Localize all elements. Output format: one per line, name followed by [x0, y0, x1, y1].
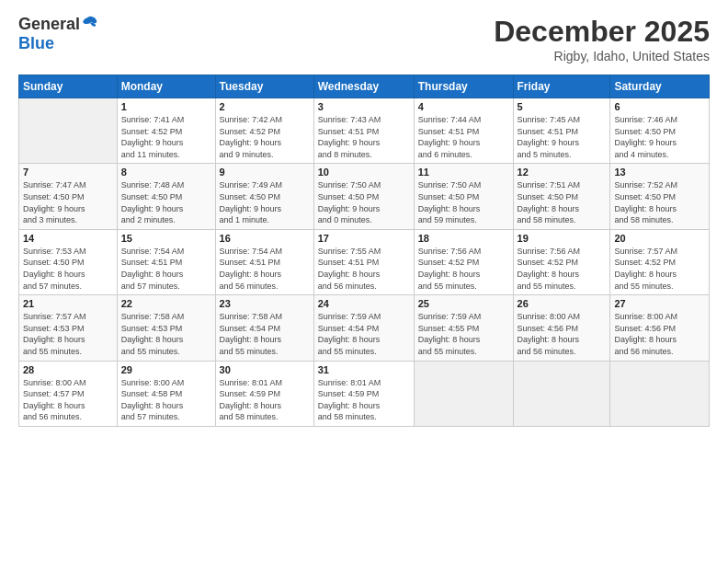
- day-number: 29: [121, 364, 211, 375]
- calendar-day-cell: 24Sunrise: 7:59 AM Sunset: 4:54 PM Dayli…: [313, 295, 414, 361]
- calendar-week-row: 14Sunrise: 7:53 AM Sunset: 4:50 PM Dayli…: [19, 229, 710, 294]
- calendar-day-cell: 4Sunrise: 7:44 AM Sunset: 4:51 PM Daylig…: [414, 98, 513, 164]
- day-number: 8: [121, 167, 211, 178]
- month-title: December 2025: [494, 15, 710, 49]
- calendar-day-cell: 31Sunrise: 8:01 AM Sunset: 4:59 PM Dayli…: [313, 361, 414, 426]
- day-info: Sunrise: 7:41 AM Sunset: 4:52 PM Dayligh…: [121, 114, 211, 160]
- calendar-day-cell: 16Sunrise: 7:54 AM Sunset: 4:51 PM Dayli…: [215, 229, 313, 294]
- calendar-day-cell: 14Sunrise: 7:53 AM Sunset: 4:50 PM Dayli…: [19, 229, 118, 294]
- calendar-week-row: 28Sunrise: 8:00 AM Sunset: 4:57 PM Dayli…: [19, 361, 710, 426]
- calendar-day-cell: 3Sunrise: 7:43 AM Sunset: 4:51 PM Daylig…: [313, 98, 414, 164]
- calendar-day-cell: 17Sunrise: 7:55 AM Sunset: 4:51 PM Dayli…: [313, 229, 414, 294]
- day-info: Sunrise: 7:58 AM Sunset: 4:54 PM Dayligh…: [220, 311, 310, 357]
- day-info: Sunrise: 7:50 AM Sunset: 4:50 PM Dayligh…: [318, 179, 410, 225]
- calendar-day-cell: [19, 98, 118, 164]
- day-number: 16: [220, 233, 310, 244]
- day-info: Sunrise: 7:46 AM Sunset: 4:50 PM Dayligh…: [614, 114, 705, 160]
- day-number: 28: [23, 364, 113, 375]
- day-info: Sunrise: 7:56 AM Sunset: 4:52 PM Dayligh…: [418, 246, 509, 292]
- calendar-day-cell: 22Sunrise: 7:58 AM Sunset: 4:53 PM Dayli…: [117, 295, 215, 361]
- day-number: 19: [518, 233, 607, 244]
- day-info: Sunrise: 7:52 AM Sunset: 4:50 PM Dayligh…: [614, 179, 705, 225]
- day-info: Sunrise: 7:51 AM Sunset: 4:50 PM Dayligh…: [518, 179, 607, 225]
- logo-general-text: General: [18, 15, 80, 34]
- day-number: 11: [418, 167, 509, 178]
- calendar-week-row: 7Sunrise: 7:47 AM Sunset: 4:50 PM Daylig…: [19, 164, 710, 229]
- day-number: 15: [121, 233, 211, 244]
- header-tuesday: Tuesday: [215, 75, 313, 98]
- calendar-day-cell: 12Sunrise: 7:51 AM Sunset: 4:50 PM Dayli…: [513, 164, 610, 229]
- header-sunday: Sunday: [19, 75, 118, 98]
- day-number: 14: [23, 233, 113, 244]
- day-info: Sunrise: 7:59 AM Sunset: 4:55 PM Dayligh…: [418, 311, 509, 357]
- calendar-day-cell: 11Sunrise: 7:50 AM Sunset: 4:50 PM Dayli…: [414, 164, 513, 229]
- day-info: Sunrise: 7:57 AM Sunset: 4:52 PM Dayligh…: [614, 246, 705, 292]
- day-number: 26: [518, 298, 607, 309]
- calendar-day-cell: 20Sunrise: 7:57 AM Sunset: 4:52 PM Dayli…: [610, 229, 710, 294]
- day-info: Sunrise: 7:50 AM Sunset: 4:50 PM Dayligh…: [418, 179, 509, 225]
- calendar-day-cell: 23Sunrise: 7:58 AM Sunset: 4:54 PM Dayli…: [215, 295, 313, 361]
- day-number: 31: [318, 364, 410, 375]
- day-number: 13: [614, 167, 705, 178]
- day-number: 12: [518, 167, 607, 178]
- title-block: December 2025 Rigby, Idaho, United State…: [494, 15, 710, 63]
- day-info: Sunrise: 7:48 AM Sunset: 4:50 PM Dayligh…: [121, 179, 211, 225]
- calendar-day-cell: 10Sunrise: 7:50 AM Sunset: 4:50 PM Dayli…: [313, 164, 414, 229]
- calendar-day-cell: 8Sunrise: 7:48 AM Sunset: 4:50 PM Daylig…: [117, 164, 215, 229]
- day-number: 20: [614, 233, 705, 244]
- calendar-day-cell: 2Sunrise: 7:42 AM Sunset: 4:52 PM Daylig…: [215, 98, 313, 164]
- header-friday: Friday: [513, 75, 610, 98]
- day-info: Sunrise: 7:49 AM Sunset: 4:50 PM Dayligh…: [220, 179, 310, 225]
- calendar-day-cell: 27Sunrise: 8:00 AM Sunset: 4:56 PM Dayli…: [610, 295, 710, 361]
- calendar-day-cell: 15Sunrise: 7:54 AM Sunset: 4:51 PM Dayli…: [117, 229, 215, 294]
- calendar-day-cell: [414, 361, 513, 426]
- day-info: Sunrise: 7:53 AM Sunset: 4:50 PM Dayligh…: [23, 246, 113, 292]
- day-info: Sunrise: 7:47 AM Sunset: 4:50 PM Dayligh…: [23, 179, 113, 225]
- day-info: Sunrise: 7:59 AM Sunset: 4:54 PM Dayligh…: [318, 311, 410, 357]
- day-number: 25: [418, 298, 509, 309]
- calendar-day-cell: 7Sunrise: 7:47 AM Sunset: 4:50 PM Daylig…: [19, 164, 118, 229]
- calendar-day-cell: 19Sunrise: 7:56 AM Sunset: 4:52 PM Dayli…: [513, 229, 610, 294]
- calendar-day-cell: [513, 361, 610, 426]
- day-number: 10: [318, 167, 410, 178]
- calendar-day-cell: 13Sunrise: 7:52 AM Sunset: 4:50 PM Dayli…: [610, 164, 710, 229]
- day-number: 24: [318, 298, 410, 309]
- calendar-table: Sunday Monday Tuesday Wednesday Thursday…: [18, 75, 710, 427]
- calendar-week-row: 1Sunrise: 7:41 AM Sunset: 4:52 PM Daylig…: [19, 98, 710, 164]
- day-number: 5: [518, 101, 607, 112]
- day-number: 2: [220, 101, 310, 112]
- calendar-header-row: Sunday Monday Tuesday Wednesday Thursday…: [19, 75, 710, 98]
- calendar-day-cell: 28Sunrise: 8:00 AM Sunset: 4:57 PM Dayli…: [19, 361, 118, 426]
- calendar-day-cell: 29Sunrise: 8:00 AM Sunset: 4:58 PM Dayli…: [117, 361, 215, 426]
- day-info: Sunrise: 7:58 AM Sunset: 4:53 PM Dayligh…: [121, 311, 211, 357]
- day-number: 27: [614, 298, 705, 309]
- header-thursday: Thursday: [414, 75, 513, 98]
- day-info: Sunrise: 7:44 AM Sunset: 4:51 PM Dayligh…: [418, 114, 509, 160]
- day-number: 6: [614, 101, 705, 112]
- day-number: 30: [220, 364, 310, 375]
- day-number: 17: [318, 233, 410, 244]
- calendar-day-cell: 21Sunrise: 7:57 AM Sunset: 4:53 PM Dayli…: [19, 295, 118, 361]
- day-number: 7: [23, 167, 113, 178]
- day-info: Sunrise: 7:57 AM Sunset: 4:53 PM Dayligh…: [23, 311, 113, 357]
- page-header: General Blue December 2025 Rigby, Idaho,…: [18, 15, 710, 63]
- day-number: 23: [220, 298, 310, 309]
- day-info: Sunrise: 7:56 AM Sunset: 4:52 PM Dayligh…: [518, 246, 607, 292]
- day-number: 9: [220, 167, 310, 178]
- header-monday: Monday: [117, 75, 215, 98]
- day-info: Sunrise: 7:54 AM Sunset: 4:51 PM Dayligh…: [220, 246, 310, 292]
- calendar-day-cell: 6Sunrise: 7:46 AM Sunset: 4:50 PM Daylig…: [610, 98, 710, 164]
- calendar-day-cell: 30Sunrise: 8:01 AM Sunset: 4:59 PM Dayli…: [215, 361, 313, 426]
- calendar-day-cell: 25Sunrise: 7:59 AM Sunset: 4:55 PM Dayli…: [414, 295, 513, 361]
- day-info: Sunrise: 8:00 AM Sunset: 4:56 PM Dayligh…: [614, 311, 705, 357]
- day-info: Sunrise: 7:55 AM Sunset: 4:51 PM Dayligh…: [318, 246, 410, 292]
- day-info: Sunrise: 8:00 AM Sunset: 4:56 PM Dayligh…: [518, 311, 607, 357]
- calendar-day-cell: 18Sunrise: 7:56 AM Sunset: 4:52 PM Dayli…: [414, 229, 513, 294]
- calendar-day-cell: 9Sunrise: 7:49 AM Sunset: 4:50 PM Daylig…: [215, 164, 313, 229]
- logo-blue-text: Blue: [18, 34, 54, 53]
- calendar-day-cell: 26Sunrise: 8:00 AM Sunset: 4:56 PM Dayli…: [513, 295, 610, 361]
- day-number: 3: [318, 101, 410, 112]
- location: Rigby, Idaho, United States: [494, 49, 710, 63]
- day-info: Sunrise: 7:43 AM Sunset: 4:51 PM Dayligh…: [318, 114, 410, 160]
- header-wednesday: Wednesday: [313, 75, 414, 98]
